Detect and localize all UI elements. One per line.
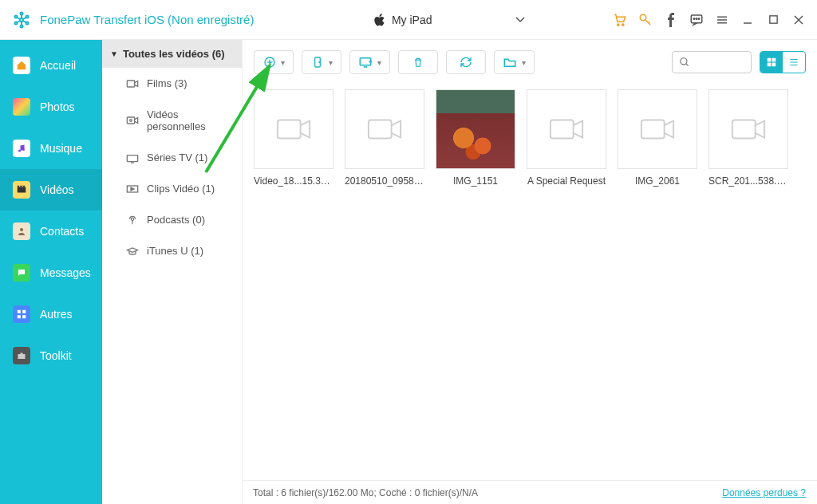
cart-icon[interactable] <box>613 13 627 27</box>
sidebar-item-autres[interactable]: Autres <box>0 293 102 335</box>
video-filename: IMG_2061 <box>618 175 697 187</box>
export-pc-button[interactable]: ▾ <box>349 50 390 74</box>
video-item[interactable]: Video_18...15.36.14 <box>254 89 334 187</box>
category-films[interactable]: Films (3) <box>102 68 242 99</box>
sidebar-item-label: Autres <box>40 308 72 321</box>
device-selector[interactable]: My iPad <box>374 14 525 26</box>
feedback-icon[interactable] <box>689 13 704 27</box>
video-item[interactable]: IMG_1151 <box>436 89 515 187</box>
category-panel: ▼ Toutes les vidéos (6) Films (3) Vidéos… <box>102 40 243 504</box>
sidebar-item-label: Musique <box>40 142 82 155</box>
sidebar: Accueil Photos Musique Vidéos Contacts M… <box>0 40 102 504</box>
messages-icon <box>13 264 30 282</box>
contacts-icon <box>13 222 30 240</box>
view-toggle <box>760 51 806 73</box>
key-icon[interactable] <box>638 13 653 27</box>
delete-button[interactable] <box>398 50 438 74</box>
search-input[interactable] <box>695 57 743 68</box>
toolbar: ▾ ▾ ▾ ▾ <box>243 40 817 85</box>
video-item[interactable]: 20180510_095812 <box>345 89 424 187</box>
video-item[interactable]: IMG_2061 <box>618 89 697 187</box>
category-series-tv[interactable]: Séries TV (1) <box>102 142 242 173</box>
video-thumbnail <box>254 89 334 169</box>
itunesu-icon <box>126 246 139 257</box>
tv-icon <box>126 152 139 163</box>
menu-icon[interactable] <box>715 13 729 27</box>
svg-line-52 <box>686 64 689 66</box>
svg-rect-41 <box>127 155 137 161</box>
svg-point-1 <box>21 12 23 14</box>
personal-video-icon <box>126 115 139 126</box>
video-thumbnail <box>345 89 424 169</box>
search-box[interactable] <box>672 51 752 73</box>
svg-point-51 <box>681 58 687 65</box>
film-icon <box>126 78 139 89</box>
chevron-down-icon: ▾ <box>377 58 381 67</box>
svg-rect-36 <box>18 315 21 318</box>
sidebar-item-videos[interactable]: Vidéos <box>0 169 102 211</box>
sidebar-item-label: Vidéos <box>40 183 74 196</box>
device-name-label: My iPad <box>392 14 432 26</box>
video-thumbnail <box>618 89 697 169</box>
category-podcasts[interactable]: Podcasts (0) <box>102 204 242 235</box>
video-thumbnail <box>708 89 788 169</box>
apple-icon <box>374 14 385 26</box>
app-title: FonePaw Transfert iOS (Non enregistré) <box>40 13 254 26</box>
category-videos-perso[interactable]: Vidéos personnelles <box>102 99 242 142</box>
svg-point-3 <box>15 15 18 18</box>
list-view-button[interactable] <box>783 52 805 73</box>
svg-rect-54 <box>772 58 776 62</box>
svg-rect-29 <box>18 187 26 193</box>
export-device-button[interactable]: ▾ <box>302 50 341 74</box>
svg-point-44 <box>131 218 134 221</box>
app-logo-icon <box>11 10 32 30</box>
svg-point-0 <box>20 18 23 22</box>
svg-point-15 <box>640 14 646 21</box>
svg-rect-34 <box>18 310 21 313</box>
svg-point-2 <box>21 25 23 27</box>
podcast-icon <box>126 215 139 226</box>
sidebar-item-photos[interactable]: Photos <box>0 86 102 128</box>
title-bar: FonePaw Transfert iOS (Non enregistré) M… <box>0 0 817 40</box>
svg-rect-38 <box>127 81 134 87</box>
sidebar-item-toolkit[interactable]: Toolkit <box>0 335 102 376</box>
sidebar-item-contacts[interactable]: Contacts <box>0 211 102 252</box>
refresh-button[interactable] <box>446 50 486 74</box>
search-icon <box>679 57 690 68</box>
svg-line-10 <box>23 21 26 22</box>
photos-icon <box>13 98 30 116</box>
facebook-icon[interactable] <box>664 13 678 27</box>
chevron-down-icon: ▾ <box>281 58 285 67</box>
svg-rect-64 <box>732 120 756 139</box>
category-itunesu[interactable]: iTunes U (1) <box>102 235 242 266</box>
minimize-icon[interactable] <box>740 13 755 27</box>
grid-view-button[interactable] <box>760 52 783 73</box>
video-item[interactable]: A Special Request <box>527 89 606 187</box>
svg-rect-56 <box>772 63 776 67</box>
svg-rect-32 <box>23 186 25 187</box>
folder-button[interactable]: ▾ <box>494 50 535 74</box>
svg-line-9 <box>18 18 21 19</box>
svg-point-13 <box>618 23 619 25</box>
video-thumbnail <box>436 89 515 169</box>
sidebar-item-label: Messages <box>40 266 91 279</box>
lost-data-link[interactable]: Données perdues ? <box>722 487 806 498</box>
category-header-label: Toutes les vidéos (6) <box>123 48 225 60</box>
close-icon[interactable] <box>791 13 806 27</box>
clip-icon <box>126 183 139 195</box>
category-header[interactable]: ▼ Toutes les vidéos (6) <box>102 40 242 68</box>
chevron-down-icon <box>515 14 525 26</box>
add-button[interactable]: ▾ <box>254 50 294 74</box>
maximize-icon[interactable] <box>766 13 780 27</box>
video-grid: Video_18...15.36.14 20180510_095812 IMG_… <box>243 85 817 191</box>
sidebar-item-accueil[interactable]: Accueil <box>0 45 102 86</box>
sidebar-item-label: Contacts <box>40 225 84 238</box>
category-clips[interactable]: Clips Vidéo (1) <box>102 173 242 204</box>
sidebar-item-musique[interactable]: Musique <box>0 128 102 169</box>
svg-rect-63 <box>641 120 665 139</box>
sidebar-item-label: Photos <box>40 100 75 113</box>
svg-point-40 <box>130 120 132 122</box>
sidebar-item-messages[interactable]: Messages <box>0 252 102 293</box>
video-item[interactable]: SCR_201...538.mp4 <box>708 89 788 187</box>
svg-rect-60 <box>278 120 301 139</box>
